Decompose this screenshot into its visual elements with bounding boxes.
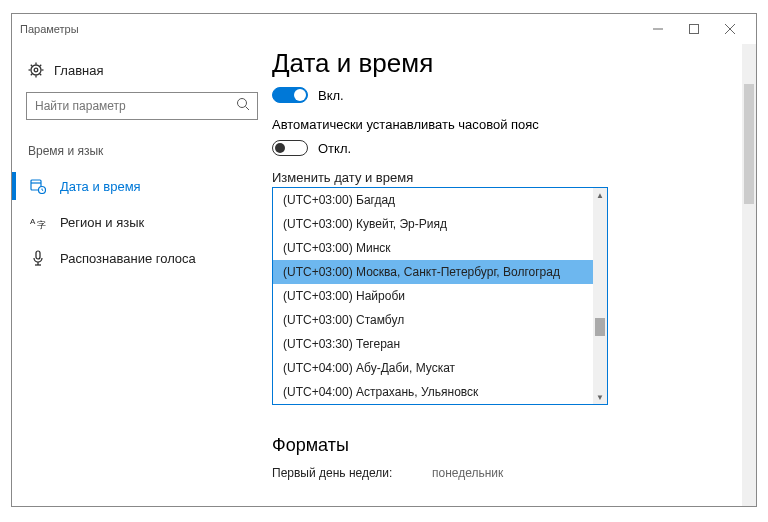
svg-rect-23 (36, 251, 40, 259)
sidebar-item-label: Дата и время (60, 179, 141, 194)
timezone-option[interactable]: (UTC+03:00) Багдад (273, 188, 593, 212)
search-input[interactable] (26, 92, 258, 120)
settings-window: Параметры Главная (11, 13, 757, 507)
content: Главная Время и язык Дата и время A字 (12, 44, 756, 506)
auto-time-toggle[interactable] (272, 87, 308, 103)
svg-line-13 (40, 65, 41, 66)
timezone-option[interactable]: (UTC+03:00) Кувейт, Эр-Рияд (273, 212, 593, 236)
svg-point-5 (34, 68, 38, 72)
timezone-option[interactable]: (UTC+04:00) Астрахань, Ульяновск (273, 380, 593, 404)
window-controls (640, 17, 748, 41)
formats-heading: Форматы (272, 435, 736, 456)
sidebar-item-speech[interactable]: Распознавание голоса (12, 240, 272, 276)
close-button[interactable] (712, 17, 748, 41)
timezone-option[interactable]: (UTC+03:00) Стамбул (273, 308, 593, 332)
sidebar: Главная Время и язык Дата и время A字 (12, 44, 272, 506)
svg-point-14 (238, 99, 247, 108)
gear-icon (28, 62, 44, 78)
page-title: Дата и время (272, 48, 736, 85)
scroll-down-button[interactable]: ▼ (593, 390, 607, 404)
maximize-button[interactable] (676, 17, 712, 41)
main-pane: Дата и время Вкл. Автоматически устанавл… (272, 44, 756, 506)
dropdown-scrollbar[interactable]: ▲ ▼ (593, 188, 607, 404)
scroll-up-button[interactable]: ▲ (593, 188, 607, 202)
timezone-option[interactable]: (UTC+03:00) Найроби (273, 284, 593, 308)
auto-tz-state: Откл. (318, 141, 351, 156)
sidebar-section-label: Время и язык (12, 138, 272, 168)
svg-text:A: A (30, 217, 36, 226)
calendar-clock-icon (30, 178, 46, 194)
sidebar-item-label: Распознавание голоса (60, 251, 196, 266)
auto-tz-label: Автоматически устанавливать часовой пояс (272, 109, 736, 138)
first-day-value: понедельник (432, 466, 503, 480)
svg-line-12 (31, 74, 32, 75)
dropdown-list: (UTC+03:00) Багдад(UTC+03:00) Кувейт, Эр… (273, 188, 607, 404)
minimize-button[interactable] (640, 17, 676, 41)
home-link[interactable]: Главная (12, 54, 272, 88)
sidebar-item-date-time[interactable]: Дата и время (12, 168, 272, 204)
language-icon: A字 (30, 214, 46, 230)
scrollbar-thumb[interactable] (744, 84, 754, 204)
main-scrollbar[interactable] (742, 44, 756, 506)
first-day-label: Первый день недели: (272, 466, 412, 480)
svg-point-4 (31, 65, 41, 75)
timezone-option[interactable]: (UTC+04:00) Абу-Даби, Мускат (273, 356, 593, 380)
search-icon (236, 97, 250, 111)
main-content: Дата и время Вкл. Автоматически устанавл… (272, 48, 756, 480)
timezone-dropdown[interactable]: ▲ ▼ (UTC+03:00) Багдад(UTC+03:00) Кувейт… (272, 187, 608, 405)
svg-line-20 (42, 190, 43, 191)
window-title: Параметры (20, 23, 640, 35)
svg-line-15 (246, 107, 250, 111)
sidebar-item-label: Регион и язык (60, 215, 144, 230)
change-date-time-label: Изменить дату и время (272, 162, 736, 189)
titlebar: Параметры (12, 14, 756, 44)
svg-rect-1 (690, 25, 699, 34)
microphone-icon (30, 250, 46, 266)
timezone-option[interactable]: (UTC+03:00) Москва, Санкт-Петербург, Вол… (273, 260, 593, 284)
auto-time-state: Вкл. (318, 88, 344, 103)
svg-line-10 (31, 65, 32, 66)
home-label: Главная (54, 63, 103, 78)
svg-line-11 (40, 74, 41, 75)
first-day-row: Первый день недели: понедельник (272, 456, 736, 480)
auto-tz-toggle-row: Откл. (272, 138, 736, 162)
search-container (26, 92, 258, 120)
timezone-option[interactable]: (UTC+03:00) Минск (273, 236, 593, 260)
sidebar-item-region-language[interactable]: A字 Регион и язык (12, 204, 272, 240)
dropdown-scrollbar-thumb[interactable] (595, 318, 605, 336)
timezone-option[interactable]: (UTC+03:30) Тегеран (273, 332, 593, 356)
svg-text:字: 字 (37, 220, 46, 230)
auto-time-toggle-row: Вкл. (272, 85, 736, 109)
auto-tz-toggle[interactable] (272, 140, 308, 156)
